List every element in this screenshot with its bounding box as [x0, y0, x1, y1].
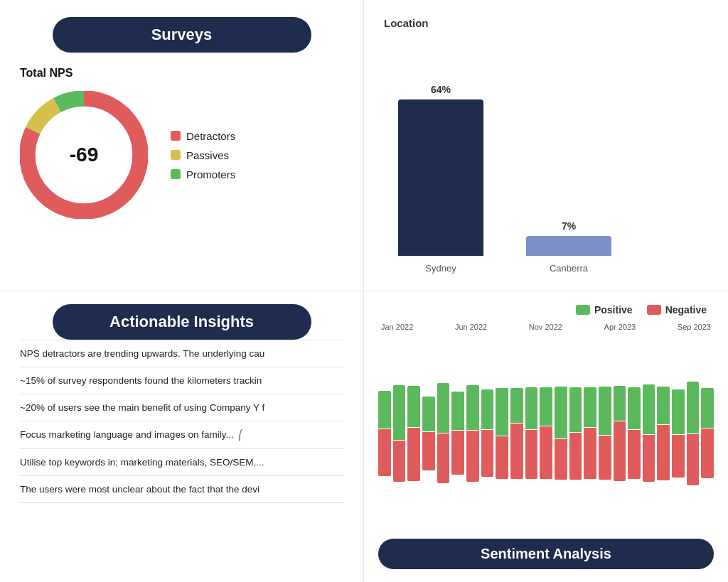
positive-bar-13: [569, 387, 582, 432]
negative-bar-12: [555, 439, 567, 480]
donut-chart: -69: [20, 91, 148, 219]
time-label-3: Apr 2023: [604, 323, 636, 331]
negative-bar-15: [599, 436, 611, 480]
sent-bar-pair-6: [466, 338, 479, 529]
positive-bar-7: [481, 389, 494, 429]
negative-bar-2: [407, 428, 420, 480]
negative-bar-8: [496, 436, 508, 479]
legend-detractors: Detractors: [171, 130, 235, 142]
insights-list: NPS detractors are trending upwards. The…: [20, 340, 343, 570]
positive-bar-12: [555, 387, 567, 438]
location-title: Location: [384, 17, 708, 29]
positive-bar-14: [584, 387, 596, 427]
sent-bar-pair-19: [657, 338, 670, 529]
time-label-0: Jan 2022: [381, 323, 413, 331]
positive-bar-22: [701, 388, 714, 428]
positive-bar-3: [422, 397, 435, 431]
positive-legend: Positive: [576, 304, 633, 316]
negative-bar-19: [657, 425, 670, 480]
positive-bar-11: [540, 387, 552, 425]
promoters-label: Promoters: [186, 168, 235, 180]
negative-bar-21: [687, 434, 700, 485]
sentiment-bar-chart: [378, 338, 714, 529]
surveys-header: Surveys: [53, 17, 311, 53]
sent-bar-pair-22: [701, 338, 714, 529]
sent-bar-pair-8: [496, 338, 508, 529]
negative-bar-9: [510, 424, 523, 479]
negative-bar-6: [466, 431, 479, 482]
sent-bar-pair-16: [614, 338, 626, 529]
insight-text-2: ~20% of users see the main benefit of us…: [20, 402, 264, 413]
negative-bar-0: [378, 429, 391, 476]
sent-bar-pair-17: [628, 338, 641, 529]
positive-bar-9: [510, 388, 523, 423]
sent-bar-pair-2: [407, 338, 420, 529]
detractors-label: Detractors: [186, 130, 235, 142]
positive-dot: [576, 305, 590, 315]
sentiment-footer: Sentiment Analysis: [378, 539, 714, 569]
nps-legend: Detractors Passives Promoters: [171, 130, 235, 180]
positive-bar-17: [628, 387, 641, 429]
bar-group-sydney: 64% Sydney: [398, 84, 483, 274]
positive-bar-10: [525, 387, 538, 429]
negative-label: Negative: [665, 304, 707, 316]
positive-bar-8: [496, 388, 508, 436]
sent-bar-pair-4: [437, 338, 450, 529]
negative-bar-16: [614, 421, 626, 481]
insights-header: Actionable Insights: [53, 304, 311, 340]
negative-bar-5: [451, 431, 464, 475]
positive-bar-19: [657, 387, 670, 424]
insight-text-3: Focus marketing language and images on f…: [20, 429, 234, 440]
time-axis: Jan 2022 Jun 2022 Nov 2022 Apr 2023 Sep …: [378, 323, 714, 331]
insight-item-1[interactable]: ~15% of survey respondents found the kil…: [20, 367, 343, 394]
sentiment-panel: Positive Negative Jan 2022 Jun 2022 Nov …: [364, 291, 728, 583]
insight-text-5: The users were most unclear about the fa…: [20, 484, 259, 495]
canberra-label: Canberra: [550, 263, 588, 274]
time-label-1: Jun 2022: [455, 323, 487, 331]
sent-bar-pair-13: [569, 338, 582, 529]
location-panel: Location 64% Sydney 7% Canberra: [364, 0, 728, 291]
detractors-dot: [171, 131, 181, 141]
sent-bar-pair-20: [672, 338, 685, 529]
negative-bar-20: [672, 435, 685, 478]
sentiment-legend: Positive Negative: [378, 304, 714, 316]
sent-bar-pair-3: [422, 338, 435, 529]
negative-legend: Negative: [647, 304, 707, 316]
total-nps-label: Total NPS: [20, 67, 343, 80]
canberra-bar: [526, 236, 611, 256]
insight-item-5[interactable]: The users were most unclear about the fa…: [20, 476, 343, 503]
passives-label: Passives: [186, 149, 229, 161]
sent-bar-pair-10: [525, 338, 538, 529]
insights-panel: Actionable Insights NPS detractors are t…: [0, 291, 364, 583]
positive-bar-0: [378, 391, 391, 429]
positive-bar-5: [451, 392, 464, 429]
negative-bar-3: [422, 432, 435, 470]
sent-bar-pair-14: [584, 338, 596, 529]
negative-bar-13: [569, 433, 582, 480]
sent-bar-pair-9: [510, 338, 523, 529]
location-bar-chart: 64% Sydney 7% Canberra: [384, 38, 708, 274]
sent-bar-pair-12: [555, 338, 567, 529]
negative-bar-10: [525, 430, 538, 480]
sent-bar-pair-5: [451, 338, 464, 529]
positive-bar-2: [407, 386, 420, 428]
insight-text-4: Utilise top keywords in; marketing mater…: [20, 457, 264, 468]
positive-bar-21: [687, 382, 700, 433]
sent-bar-pair-0: [378, 338, 391, 529]
copy-icon[interactable]: ⎛: [238, 429, 243, 441]
insight-item-3[interactable]: Focus marketing language and images on f…: [20, 421, 343, 449]
promoters-dot: [171, 169, 181, 179]
time-label-2: Nov 2022: [529, 323, 562, 331]
insight-item-2[interactable]: ~20% of users see the main benefit of us…: [20, 394, 343, 421]
canberra-pct: 7%: [562, 220, 576, 232]
sydney-bar: [398, 99, 483, 256]
sent-bar-pair-18: [643, 338, 655, 529]
insight-item-0[interactable]: NPS detractors are trending upwards. The…: [20, 340, 343, 367]
negative-bar-14: [584, 428, 596, 479]
time-label-4: Sep 2023: [678, 323, 711, 331]
positive-bar-4: [437, 383, 450, 433]
legend-promoters: Promoters: [171, 168, 235, 180]
positive-bar-1: [393, 385, 406, 440]
insight-item-4[interactable]: Utilise top keywords in; marketing mater…: [20, 449, 343, 476]
passives-dot: [171, 150, 181, 160]
